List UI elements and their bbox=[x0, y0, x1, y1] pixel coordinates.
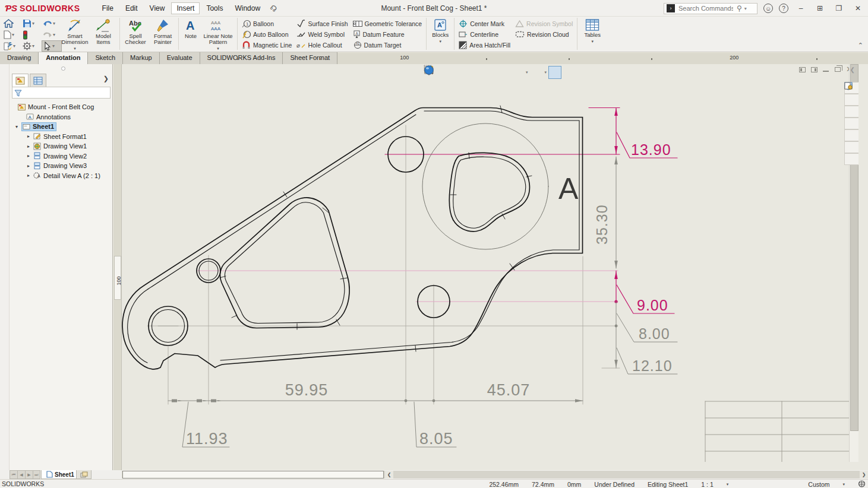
search-input[interactable] bbox=[677, 4, 734, 12]
selected-centerline[interactable] bbox=[385, 108, 620, 155]
scroll-left-icon[interactable]: ❮ bbox=[385, 471, 393, 479]
help-icon[interactable]: ? bbox=[779, 4, 788, 13]
taskpane-custom-properties-icon[interactable] bbox=[844, 141, 858, 153]
dim-8-05[interactable]: 8.05 bbox=[414, 402, 456, 448]
magnetic-line-button[interactable]: Magnetic Line bbox=[239, 40, 294, 49]
menu-window[interactable]: Window bbox=[229, 2, 266, 14]
center-mark-button[interactable]: Center Mark bbox=[456, 19, 513, 28]
horizontal-scrollbar[interactable]: ❮ ❯ bbox=[122, 471, 868, 479]
taskpane-appearances-icon[interactable] bbox=[844, 129, 858, 141]
property-manager-tab[interactable] bbox=[30, 74, 46, 87]
datum-target-button[interactable]: A1Datum Target bbox=[351, 40, 425, 49]
tree-item-drawing-view3[interactable]: ▸ Drawing View3 bbox=[11, 161, 112, 171]
home-button[interactable] bbox=[2, 18, 21, 29]
ribbon-collapse-icon[interactable]: ⌃ bbox=[858, 42, 863, 49]
tab-evaluate[interactable]: Evaluate bbox=[160, 52, 200, 64]
view-settings-icon[interactable] bbox=[548, 66, 561, 79]
tree-item-sheet-format1[interactable]: ▸ Sheet Format1 bbox=[11, 132, 112, 142]
drawing-sheet[interactable]: A 13.90 35.30 bbox=[122, 64, 858, 462]
feature-tree-tab[interactable] bbox=[12, 74, 29, 87]
select-tool-button[interactable]: ▾ bbox=[42, 40, 62, 52]
menu-view[interactable]: View bbox=[144, 2, 171, 14]
menu-tools[interactable]: Tools bbox=[201, 2, 228, 14]
area-hatch-button[interactable]: Area Hatch/Fill bbox=[456, 40, 513, 49]
tree-item-root[interactable]: Mount - Front Belt Cog bbox=[11, 102, 112, 112]
view-orientation-dropdown-icon[interactable]: ▾ bbox=[526, 70, 528, 75]
tree-item-drawing-view2[interactable]: ▸ Drawing View2 bbox=[11, 151, 112, 161]
previous-view-icon[interactable] bbox=[468, 66, 481, 79]
menu-file[interactable]: File bbox=[97, 2, 119, 14]
tree-item-drawing-view1[interactable]: ▸ Drawing View1 bbox=[11, 141, 112, 151]
scale-dropdown-icon[interactable]: ▾ bbox=[727, 482, 729, 487]
next-sheet-button[interactable]: ▶ bbox=[25, 470, 33, 479]
dim-35-30[interactable]: 35.30 bbox=[594, 157, 618, 268]
taskpane-resources-icon[interactable] bbox=[844, 94, 858, 106]
tables-button[interactable]: Tables▾ bbox=[579, 17, 605, 51]
part-inner-walls[interactable] bbox=[128, 111, 579, 363]
surface-finish-button[interactable]: Surface Finish bbox=[294, 19, 350, 28]
taskpane-file-explorer-icon[interactable] bbox=[844, 106, 858, 118]
format-painter-button[interactable]: Format Painter bbox=[149, 17, 176, 51]
datum-feature-button[interactable]: ADatum Feature bbox=[351, 30, 425, 39]
revision-symbol-button[interactable]: Revision Symbol bbox=[513, 19, 575, 28]
tab-drawing[interactable]: Drawing bbox=[0, 52, 39, 64]
zoom-in-out-icon[interactable] bbox=[454, 66, 467, 79]
scroll-right-icon[interactable]: ❯ bbox=[860, 471, 868, 479]
smart-dimension-dropdown-icon[interactable]: ▾ bbox=[74, 46, 76, 51]
dim-11-93[interactable]: 11.93 bbox=[182, 402, 229, 448]
taskpane-document-manager-icon[interactable] bbox=[844, 153, 858, 165]
display-style-icon[interactable] bbox=[530, 66, 543, 79]
panel-collapse-handle[interactable] bbox=[61, 66, 65, 71]
tab-sketch[interactable]: Sketch bbox=[88, 52, 123, 64]
search-dropdown-icon[interactable]: ▾ bbox=[744, 6, 747, 11]
restore-button[interactable]: ❐ bbox=[832, 4, 845, 12]
centerline-button[interactable]: Centerline bbox=[456, 30, 513, 39]
status-sheet-scale[interactable]: 1 : 1 bbox=[701, 481, 713, 488]
account-icon[interactable]: ☺ bbox=[763, 4, 773, 13]
search-commands-box[interactable]: › ⚲ ▾ bbox=[664, 3, 757, 14]
new-document-button[interactable]: ▾ bbox=[2, 29, 21, 40]
tab-addins[interactable]: SOLIDWORKS Add-Ins bbox=[200, 52, 283, 64]
pane-left-icon[interactable] bbox=[799, 67, 806, 72]
linear-note-dropdown-icon[interactable]: ▾ bbox=[217, 46, 219, 51]
redo-button[interactable]: ▾ bbox=[42, 29, 62, 40]
tables-dropdown-icon[interactable]: ▾ bbox=[591, 39, 594, 44]
prev-sheet-button[interactable]: ◀ bbox=[17, 470, 25, 479]
panel-expand-icon[interactable]: ❯ bbox=[103, 75, 109, 83]
doc-minimize-icon[interactable] bbox=[823, 71, 829, 72]
note-button[interactable]: A Note bbox=[181, 17, 201, 51]
drawing-canvas[interactable]: A 13.90 35.30 bbox=[122, 64, 858, 462]
balloon-button[interactable]: 1Balloon bbox=[239, 19, 294, 28]
display-style-dropdown-icon[interactable]: ▾ bbox=[545, 70, 547, 75]
tile-windows-button[interactable]: ⊞ bbox=[813, 4, 826, 12]
close-button[interactable]: ✕ bbox=[851, 4, 864, 12]
view-orientation-icon[interactable] bbox=[511, 66, 524, 79]
status-tag-icon[interactable] bbox=[858, 480, 866, 488]
auto-balloon-button[interactable]: Auto Balloon bbox=[239, 30, 294, 39]
revision-cloud-button[interactable]: Revision Cloud bbox=[513, 30, 575, 39]
spell-checker-button[interactable]: Abc Spell Checker bbox=[122, 17, 149, 51]
sheet-properties-icon[interactable] bbox=[497, 66, 510, 79]
tab-markup[interactable]: Markup bbox=[123, 52, 160, 64]
sheet1-tab[interactable]: Sheet1 bbox=[41, 470, 80, 479]
smart-dimension-button[interactable]: Smart Dimension▾ bbox=[61, 17, 89, 51]
title-block-table[interactable] bbox=[705, 401, 858, 462]
tree-filter-input[interactable] bbox=[24, 89, 108, 97]
undo-button[interactable]: ▾ bbox=[42, 18, 62, 29]
search-icon[interactable]: ⚲ bbox=[737, 4, 742, 12]
hole-callout-button[interactable]: ⌀Hole Callout bbox=[294, 40, 350, 49]
pin-menu-icon[interactable]: ☊ bbox=[269, 3, 279, 14]
horizontal-scrollbar-thumb[interactable] bbox=[122, 471, 384, 479]
menu-insert[interactable]: Insert bbox=[171, 2, 200, 14]
taskpane-collapse-icon[interactable]: ❮ bbox=[850, 66, 855, 73]
weld-symbol-button[interactable]: Weld Symbol bbox=[294, 30, 350, 39]
last-sheet-button[interactable]: ⏭ bbox=[33, 470, 40, 479]
save-button[interactable]: ▾ bbox=[21, 18, 42, 29]
performance-light-icon[interactable] bbox=[21, 29, 42, 40]
menu-edit[interactable]: Edit bbox=[120, 2, 143, 14]
publish-button[interactable]: ▾ bbox=[2, 40, 21, 52]
options-gear-button[interactable]: ▾ bbox=[21, 40, 42, 52]
blocks-dropdown-icon[interactable]: ▾ bbox=[439, 39, 441, 44]
dim-13-90[interactable]: 13.90 bbox=[614, 108, 677, 159]
add-sheet-tab[interactable] bbox=[76, 470, 91, 479]
